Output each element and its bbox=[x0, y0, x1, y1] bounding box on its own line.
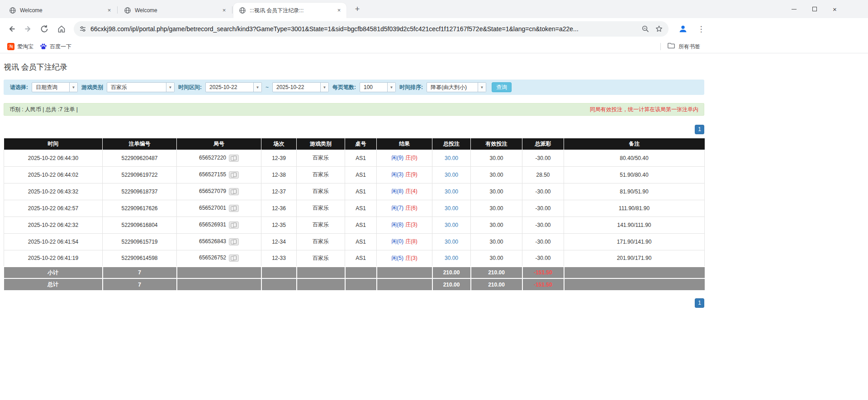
column-header: 桌号 bbox=[345, 138, 377, 150]
bookmarks-divider bbox=[660, 43, 661, 50]
round-result-image-icon[interactable] bbox=[229, 238, 239, 245]
session-cell: 12-39 bbox=[261, 150, 297, 166]
bookmark-baidu[interactable]: 百度一下 bbox=[36, 41, 75, 52]
round-result-image-icon[interactable] bbox=[229, 171, 239, 179]
result-cell: 闲(0)庄(8) bbox=[377, 233, 432, 250]
tab-close-icon[interactable]: × bbox=[220, 7, 228, 14]
chevron-down-icon[interactable]: ▼ bbox=[166, 83, 174, 92]
game-type-select[interactable]: 百家乐 ▼ bbox=[107, 82, 175, 92]
page-1-button[interactable]: 1 bbox=[695, 125, 704, 134]
bottom-pagination: 1 bbox=[4, 298, 704, 308]
chevron-down-icon[interactable]: ▼ bbox=[253, 83, 261, 92]
tab-close-icon[interactable]: × bbox=[335, 7, 343, 14]
result-player: 闲(7) bbox=[391, 205, 403, 211]
result-banker: 庄(9) bbox=[405, 171, 417, 178]
result-cell: 闲(8)庄(3) bbox=[377, 216, 432, 233]
total-bet-link[interactable]: 30.00 bbox=[445, 188, 458, 195]
browser-tab-1[interactable]: Welcome × bbox=[4, 3, 117, 18]
session-cell: 12-35 bbox=[261, 216, 297, 233]
top-pagination: 1 bbox=[4, 125, 704, 134]
minimize-button[interactable] bbox=[784, 0, 804, 18]
round-result-image-icon[interactable] bbox=[229, 254, 239, 262]
tab-close-icon[interactable]: × bbox=[105, 7, 113, 14]
date-to-select[interactable]: 2025-10-22 ▼ bbox=[272, 82, 329, 92]
round-result-image-icon[interactable] bbox=[229, 155, 239, 162]
result-cell: 闲(5)庄(3) bbox=[377, 250, 432, 267]
note-cell: 111.90/81.90 bbox=[564, 200, 705, 216]
valid-bet-cell: 30.00 bbox=[471, 183, 522, 200]
column-header: 总派彩 bbox=[522, 138, 564, 150]
result-cell: 闲(9)庄(0) bbox=[377, 150, 432, 166]
result-cell: 闲(8)庄(4) bbox=[377, 183, 432, 200]
page-content: 视讯 会员下注纪录 请选择: 日期查询 ▼ 游戏类别 百家乐 ▼ 时间区间: 2… bbox=[0, 54, 868, 400]
round-cell: 656526752 bbox=[177, 250, 261, 267]
footer-empty-cell bbox=[564, 267, 705, 278]
zoom-indicator-icon[interactable] bbox=[641, 25, 650, 33]
query-mode-select[interactable]: 日期查询 ▼ bbox=[32, 82, 78, 92]
chevron-down-icon[interactable]: ▼ bbox=[320, 83, 328, 92]
round-result-image-icon[interactable] bbox=[229, 221, 239, 229]
total-bet-link[interactable]: 30.00 bbox=[445, 255, 458, 261]
result-banker: 庄(6) bbox=[405, 205, 417, 211]
total-bet-cell: 30.00 bbox=[432, 200, 471, 216]
site-settings-icon[interactable] bbox=[79, 25, 86, 33]
round-result-image-icon[interactable] bbox=[229, 188, 239, 195]
result-player: 闲(8) bbox=[391, 188, 403, 194]
chevron-down-icon[interactable]: ▼ bbox=[478, 83, 486, 92]
maximize-button[interactable] bbox=[804, 0, 825, 18]
time-cell: 2025-10-22 06:41:19 bbox=[4, 250, 103, 267]
total-bet-link[interactable]: 30.00 bbox=[445, 239, 458, 245]
bookmark-taobao[interactable]: 淘 爱淘宝 bbox=[4, 41, 37, 52]
total-bet-link[interactable]: 30.00 bbox=[445, 155, 458, 161]
sort-select[interactable]: 降幂(由大到小) ▼ bbox=[427, 82, 486, 92]
back-button[interactable] bbox=[4, 21, 20, 37]
query-mode-value: 日期查询 bbox=[32, 83, 69, 92]
round-result-image-icon[interactable] bbox=[229, 205, 239, 212]
total-bet-link[interactable]: 30.00 bbox=[445, 172, 458, 178]
footer-count: 7 bbox=[103, 278, 177, 290]
date-from-select[interactable]: 2025-10-22 ▼ bbox=[205, 82, 262, 92]
date-range-label: 时间区间: bbox=[178, 84, 202, 91]
table-row: 2025-10-22 06:41:54522909615719656526843… bbox=[4, 233, 705, 250]
total-bet-link[interactable]: 30.00 bbox=[445, 205, 458, 212]
payout-cell: -30.00 bbox=[522, 183, 564, 200]
forward-button[interactable] bbox=[20, 21, 36, 37]
browser-tab-3-active[interactable]: :::视讯 会员下注纪录::: × bbox=[233, 3, 346, 18]
home-button[interactable] bbox=[53, 21, 70, 37]
bet-id-cell: 522909615719 bbox=[103, 233, 177, 250]
search-button[interactable]: 查询 bbox=[492, 82, 512, 92]
column-header: 有效投注 bbox=[471, 138, 522, 150]
browser-tab-2[interactable]: Welcome × bbox=[119, 3, 232, 18]
payout-cell: -30.00 bbox=[522, 233, 564, 250]
tab-title: :::视讯 会员下注纪录::: bbox=[250, 7, 332, 14]
chevron-down-icon[interactable]: ▼ bbox=[69, 83, 77, 92]
reload-button[interactable] bbox=[36, 21, 52, 37]
close-button[interactable]: × bbox=[825, 0, 845, 18]
address-bar[interactable]: 66cxkj98.com/ipl/portal.php/game/betreco… bbox=[74, 21, 669, 37]
footer-empty-cell bbox=[177, 267, 261, 278]
page-size-select[interactable]: 100 ▼ bbox=[360, 82, 396, 92]
sort-label: 时间排序: bbox=[399, 84, 423, 91]
payout-cell: 28.50 bbox=[522, 166, 564, 183]
profile-avatar-icon[interactable] bbox=[676, 22, 690, 36]
summary-note-text: 同局有效投注，统一计算在该局第一张注单内 bbox=[590, 106, 698, 113]
result-player: 闲(9) bbox=[391, 155, 403, 161]
tab-separator bbox=[232, 6, 232, 14]
browser-menu-icon[interactable]: ⋮ bbox=[694, 22, 708, 36]
game-type-cell: 百家乐 bbox=[297, 233, 345, 250]
url-text[interactable]: 66cxkj98.com/ipl/portal.php/game/betreco… bbox=[90, 25, 641, 33]
page-size-value: 100 bbox=[360, 83, 387, 92]
result-banker: 庄(3) bbox=[405, 255, 417, 261]
chevron-down-icon[interactable]: ▼ bbox=[387, 83, 395, 92]
footer-valid-bet: 210.00 bbox=[471, 278, 522, 290]
round-cell: 656527220 bbox=[177, 150, 261, 166]
new-tab-button[interactable]: + bbox=[352, 4, 363, 15]
total-bet-link[interactable]: 30.00 bbox=[445, 222, 458, 228]
bookmark-star-icon[interactable] bbox=[655, 25, 663, 33]
page-1-button[interactable]: 1 bbox=[695, 298, 704, 308]
all-bookmarks[interactable]: 所有书签 bbox=[660, 40, 700, 53]
session-cell: 12-38 bbox=[261, 166, 297, 183]
bookmark-label: 爱淘宝 bbox=[17, 43, 33, 51]
table-header-row: 时间注单编号局号场次游戏类别桌号结果总投注有效投注总派彩备注 bbox=[4, 138, 705, 150]
bet-id-cell: 522909618737 bbox=[103, 183, 177, 200]
